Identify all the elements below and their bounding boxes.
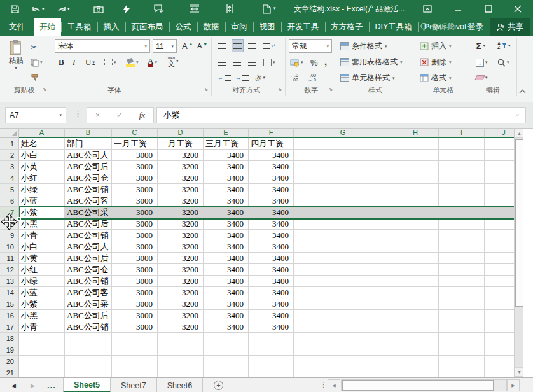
merge-center-button[interactable]: ▾ [262,56,277,69]
row-header-13[interactable]: 13 [0,276,19,287]
scroll-left-icon[interactable]: ◀ [328,379,340,391]
cell-B15[interactable]: ABC公司采 [65,298,112,310]
ribbon-tab-7[interactable]: 审阅 [226,18,253,36]
cell-E18[interactable] [204,333,249,344]
cell-B9[interactable]: ABC公司销 [65,230,112,241]
cell-H21[interactable] [392,367,439,377]
cell-B11[interactable]: ABC公司后 [65,253,112,264]
cell-E14[interactable]: 3400 [204,287,249,298]
cell-B5[interactable]: ABC公司销 [65,184,112,195]
cell-A7-active[interactable]: 小紫 [19,207,65,218]
ribbon-tab-2[interactable]: 工具箱 [62,18,97,36]
cell-C1[interactable]: 一月工资 [112,138,158,150]
cell-G11[interactable] [294,253,392,264]
ribbon-tab-file[interactable]: 文件 [0,18,34,36]
cell-I5[interactable] [439,184,485,195]
align-right-button[interactable] [247,56,258,69]
cell-H8[interactable] [392,218,439,230]
cell-F13[interactable]: 3400 [249,276,294,287]
cell-B14[interactable]: ABC公司客 [65,287,112,298]
cell-D12[interactable]: 3200 [158,264,204,276]
cell-B6[interactable]: ABC公司客 [65,195,112,207]
cell-F6[interactable]: 3400 [249,195,294,207]
clipboard-dialog-launcher-icon[interactable]: ↘ [42,86,47,92]
cell-H15[interactable] [392,298,439,310]
cell-B7[interactable]: ABC公司采 [65,207,112,218]
row-header-2[interactable]: 2 [0,150,19,161]
save-icon[interactable] [9,3,20,15]
shrink-font-button[interactable]: A▼ [196,39,209,52]
row-header-21[interactable]: 21 [0,367,19,377]
scroll-right-icon[interactable]: ▶ [507,379,520,391]
cell-E11[interactable]: 3400 [204,253,249,264]
cell-E17[interactable]: 3400 [204,321,249,333]
cell-C3[interactable]: 3000 [112,161,158,172]
cell-G12[interactable] [294,264,392,276]
fill-color-button[interactable]: ▾ [125,56,140,69]
cell-D14[interactable]: 3200 [158,287,204,298]
cell-A13[interactable]: 小绿 [19,276,65,287]
find-select-button[interactable]: ▾ [496,56,511,69]
ribbon-tab-10[interactable]: 方方格子 [326,18,369,36]
redo-icon[interactable] [56,3,67,15]
ribbon-display-options-button[interactable] [417,0,438,18]
expand-formula-bar-icon[interactable]: ˅ [516,112,519,118]
cell-H13[interactable] [392,276,439,287]
cell-A8[interactable]: 小黑 [19,218,65,230]
cell-G9[interactable] [294,230,392,241]
alignment-dialog-launcher-icon[interactable]: ↘ [277,86,282,92]
sheet-tab-sheet7[interactable]: Sheet7 [111,378,157,392]
cell-B20[interactable] [65,356,112,367]
add-sheet-button[interactable]: + [214,381,223,390]
cell-B13[interactable]: ABC公司销 [65,276,112,287]
conditional-formatting-button[interactable]: 条件格式▾ [340,39,387,53]
horizontal-scrollbar-thumb[interactable] [342,380,494,391]
cell-H1[interactable] [392,138,439,150]
ribbon-tab-6[interactable]: 数据 [198,18,225,36]
cell-F1[interactable]: 四月工资 [249,138,294,150]
cell-I13[interactable] [439,276,485,287]
cell-A9[interactable]: 小青 [19,230,65,241]
row-header-12[interactable]: 12 [0,264,19,276]
cell-B3[interactable]: ABC公司后 [65,161,112,172]
percent-style-button[interactable]: % [309,56,319,69]
minimize-button[interactable] [447,0,469,18]
row-header-11[interactable]: 11 [0,253,19,264]
cell-F14[interactable]: 3400 [249,287,294,298]
cell-E6[interactable]: 3400 [204,195,249,207]
enter-entry-button[interactable]: ✓ [116,111,123,120]
number-format-combo[interactable]: 常规▾ [289,39,332,53]
cell-H9[interactable] [392,230,439,241]
row-header-4[interactable]: 4 [0,172,19,184]
increase-decimal-button[interactable]: ←.0.00 [289,71,300,84]
copy-button[interactable]: ▾ [29,56,44,69]
cell-I9[interactable] [439,230,485,241]
sheet-nav-next-icon[interactable]: ▶ [31,378,35,392]
autosum-button[interactable]: Σ▾ [474,39,487,52]
close-button[interactable] [507,0,529,18]
cell-D18[interactable] [158,333,204,344]
cell-F18[interactable] [249,333,294,344]
cell-H2[interactable] [392,150,439,161]
grow-font-button[interactable]: A▲ [181,39,195,52]
cell-G4[interactable] [294,172,392,184]
format-painter-button[interactable] [29,71,40,84]
row-header-5[interactable]: 5 [0,184,19,195]
cell-F2[interactable]: 3400 [249,150,294,161]
bottom-align-button[interactable] [247,39,258,52]
format-as-table-button[interactable]: 套用表格格式▾ [340,55,403,69]
cell-D1[interactable]: 二月工资 [158,138,204,150]
cell-B4[interactable]: ABC公司仓 [65,172,112,184]
font-name-combo[interactable]: 宋体▾ [55,39,150,53]
name-box-dropdown-icon[interactable]: ▾ [59,113,62,118]
number-dialog-launcher-icon[interactable]: ↘ [328,86,333,92]
cell-G13[interactable] [294,276,392,287]
column-header-G[interactable]: G [294,129,392,138]
cell-C5[interactable]: 3000 [112,184,158,195]
cell-E2[interactable]: 3400 [204,150,249,161]
cell-D5[interactable]: 3200 [158,184,204,195]
cell-A20[interactable] [19,356,65,367]
cell-I11[interactable] [439,253,485,264]
paste-button[interactable]: 粘贴 ▾ [4,39,28,71]
underline-button[interactable]: U▾ [84,56,96,69]
